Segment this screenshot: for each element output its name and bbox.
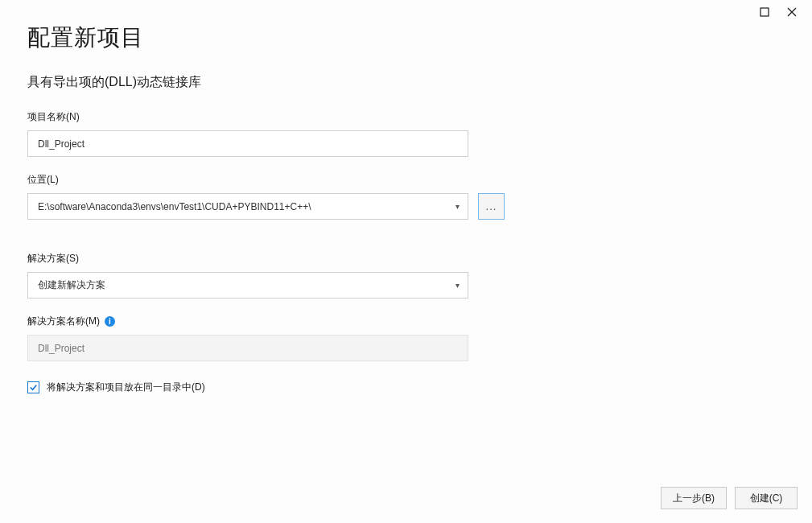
project-name-input[interactable] <box>27 130 468 157</box>
svg-rect-0 <box>760 8 769 16</box>
back-button[interactable]: 上一步(B) <box>661 487 727 509</box>
chevron-down-icon: ▾ <box>455 281 460 290</box>
same-directory-checkbox[interactable] <box>27 381 39 393</box>
chevron-down-icon: ▾ <box>455 202 460 211</box>
solution-combo[interactable]: 创建新解决方案 ▾ <box>27 272 468 299</box>
same-directory-label: 将解决方案和项目放在同一目录中(D) <box>47 381 205 394</box>
solution-label: 解决方案(S) <box>27 252 785 266</box>
location-value: E:\software\Anaconda3\envs\envTest1\CUDA… <box>38 201 311 212</box>
create-button[interactable]: 创建(C) <box>735 487 798 509</box>
solution-name-label: 解决方案名称(M) i <box>27 315 785 328</box>
info-icon[interactable]: i <box>105 316 115 327</box>
location-combo[interactable]: E:\software\Anaconda3\envs\envTest1\CUDA… <box>27 193 468 220</box>
solution-name-input <box>27 335 468 361</box>
close-button[interactable] <box>786 6 798 18</box>
subtitle: 具有导出项的(DLL)动态链接库 <box>27 74 785 91</box>
maximize-button[interactable] <box>759 6 770 18</box>
location-label: 位置(L) <box>27 173 785 187</box>
project-name-label: 项目名称(N) <box>27 110 785 124</box>
browse-button[interactable]: ... <box>478 193 505 220</box>
page-title: 配置新项目 <box>27 23 785 53</box>
solution-value: 创建新解决方案 <box>38 278 105 292</box>
